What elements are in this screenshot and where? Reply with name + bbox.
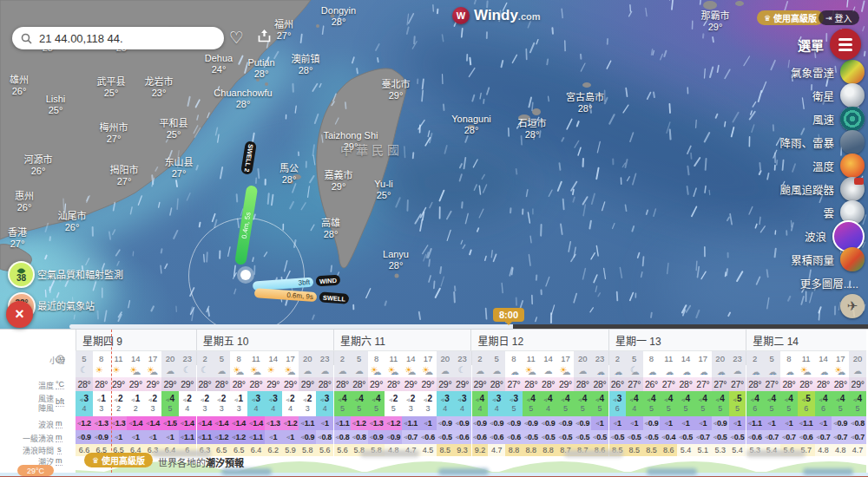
map-city-label[interactable]: 龙岩市23° <box>145 76 174 99</box>
hamburger-menu-icon[interactable] <box>830 29 861 60</box>
hour-cell[interactable]: 11 <box>110 351 128 365</box>
hour-cell[interactable]: 2 <box>471 351 489 365</box>
day-header[interactable]: 星期二 14 <box>746 330 866 350</box>
day-header[interactable]: 星期五 10 <box>196 330 333 350</box>
picker-dot[interactable] <box>240 270 251 280</box>
hour-cell[interactable]: 17 <box>832 351 849 365</box>
hour-cell[interactable]: 17 <box>557 351 575 365</box>
hour-cell[interactable]: 14 <box>127 351 144 365</box>
hour-cell[interactable]: 11 <box>660 351 677 365</box>
layer-menu-item-airport[interactable]: ✈ <box>779 297 865 316</box>
hour-cell[interactable]: 23 <box>316 351 333 365</box>
layer-menu-item-風速[interactable]: 風速 <box>779 109 865 128</box>
hour-cell[interactable]: 8 <box>230 351 247 365</box>
map-city-label[interactable]: 揭阳市27° <box>110 165 139 187</box>
hour-cell[interactable]: 17 <box>694 351 712 365</box>
hour-cell[interactable]: 8 <box>505 351 523 365</box>
hour-cell[interactable]: 20 <box>849 351 866 365</box>
map-city-label[interactable]: 梅州市27° <box>100 122 128 145</box>
layer-menu-item-溫度[interactable]: 溫度 <box>779 156 865 175</box>
layer-menu-item-氣象雷達[interactable]: 氣象雷達 <box>779 62 865 82</box>
period-unit-toggle[interactable]: s <box>57 445 62 454</box>
hour-cell[interactable]: 17 <box>282 351 299 365</box>
layer-menu-item-降雨、雷暴[interactable]: 降雨、雷暴 <box>779 133 865 152</box>
map-city-label[interactable]: 东山县27° <box>165 157 194 180</box>
hour-cell[interactable]: 23 <box>179 351 196 365</box>
hour-cell[interactable]: 5 <box>763 351 780 365</box>
hour-cell[interactable]: 8 <box>368 351 385 365</box>
hour-cell[interactable]: 17 <box>419 351 437 365</box>
map-city-label[interactable]: 嘉義市29° <box>325 170 353 193</box>
hour-cell[interactable]: 8 <box>93 351 110 365</box>
hour-cell[interactable]: 23 <box>454 351 471 365</box>
timeline-track-future[interactable] <box>513 324 868 329</box>
map-city-label[interactable]: Putian28° <box>247 57 274 80</box>
login-button[interactable]: ⇥ 登入 <box>819 10 859 25</box>
timeline-track-past[interactable] <box>69 324 513 329</box>
layer-menu-item-颱風追蹤器[interactable]: 颱風追蹤器 <box>779 180 865 199</box>
map-city-label[interactable]: 高雄28° <box>321 218 340 240</box>
hour-cell[interactable]: 20 <box>712 351 729 365</box>
windy-logo[interactable]: W Windy.com <box>452 7 541 24</box>
hour-cell[interactable]: 11 <box>385 351 402 365</box>
hour-cell[interactable]: 8 <box>780 351 798 365</box>
hour-cell[interactable]: 5 <box>488 351 505 365</box>
map-city-label[interactable]: Chuanchowfu28° <box>214 88 272 110</box>
wind-unit-toggle[interactable]: bft <box>56 397 64 407</box>
hour-cell[interactable]: 14 <box>265 351 282 365</box>
hour-cell[interactable]: 2 <box>608 351 626 365</box>
share-upload-icon[interactable] <box>257 29 272 43</box>
map-city-label[interactable]: Yonaguni28° <box>451 114 490 136</box>
air-quality-chip[interactable]: 38 <box>8 261 35 288</box>
map-city-label[interactable]: Dongyin28° <box>321 5 356 28</box>
hour-cell[interactable]: 20 <box>574 351 591 365</box>
waves-unit-toggle[interactable]: m <box>56 419 62 428</box>
premium-button[interactable]: ♛ 使用高級版 <box>757 10 824 25</box>
tide-premium-button[interactable]: ♛ 使用高級版 <box>84 453 153 467</box>
day-header[interactable]: 星期四 9 <box>76 330 196 350</box>
map-city-label[interactable]: 香港27° <box>8 227 27 250</box>
temp-unit-toggle[interactable]: °C <box>56 380 64 389</box>
hour-cell[interactable]: 23 <box>729 351 746 365</box>
map-city-label[interactable]: 河源市26° <box>24 154 53 177</box>
map-city-label[interactable]: 澳前镇28° <box>292 54 320 76</box>
hour-cell[interactable]: 14 <box>540 351 557 365</box>
day-header[interactable]: 星期一 13 <box>608 330 746 350</box>
map-city-label[interactable]: Lanyu28° <box>383 249 409 271</box>
hour-cell[interactable]: 8 <box>643 351 661 365</box>
hour-cell[interactable]: 2 <box>333 351 351 365</box>
map-city-label[interactable]: 汕尾市26° <box>58 211 87 233</box>
search-input[interactable] <box>37 31 215 46</box>
map-city-label[interactable]: 福州27° <box>274 19 293 42</box>
hour-cell[interactable]: 5 <box>213 351 230 365</box>
map-city-label[interactable]: Yu-li25° <box>374 179 392 201</box>
hour-cell[interactable]: 14 <box>677 351 694 365</box>
map-city-label[interactable]: 武平县25° <box>97 76 126 99</box>
map-city-label[interactable]: 那霸市29° <box>701 10 730 33</box>
layer-menu-item-衛星[interactable]: 衛星 <box>779 86 865 105</box>
hour-cell[interactable]: 20 <box>299 351 316 365</box>
current-time-badge[interactable]: 8:00 <box>493 308 524 322</box>
map-city-label[interactable]: Dehua24° <box>205 53 233 75</box>
day-header[interactable]: 星期六 11 <box>333 330 470 350</box>
hour-cell[interactable]: 5 <box>351 351 368 365</box>
layer-menu-item-雲[interactable]: 雲 <box>779 203 865 222</box>
hour-cell[interactable]: 11 <box>798 351 815 365</box>
map-city-label[interactable]: 石垣市28° <box>518 118 547 140</box>
hour-cell[interactable]: 14 <box>402 351 419 365</box>
hour-cell[interactable]: 5 <box>626 351 643 365</box>
layer-menu-item-波浪[interactable]: 波浪 <box>779 226 865 245</box>
layer-menu-item-累積雨量[interactable]: 累積雨量 <box>779 250 865 269</box>
hour-cell[interactable]: 23 <box>591 351 608 365</box>
favorite-heart-icon[interactable]: ♡ <box>229 28 244 48</box>
map-city-label[interactable]: 馬公28° <box>279 163 299 186</box>
tide-unit-toggle[interactable]: m <box>56 456 62 466</box>
search-bar[interactable] <box>12 27 224 49</box>
layer-menu-item-更多圖層.....[interactable]: 更多圖層..... <box>779 273 865 292</box>
hour-cell[interactable]: 20 <box>437 351 454 365</box>
map-city-label[interactable]: 平和县25° <box>160 118 188 140</box>
map-city-label[interactable]: 雄州26° <box>10 75 29 97</box>
hour-cell[interactable]: 5 <box>76 351 93 365</box>
day-header[interactable]: 星期日 12 <box>470 330 608 350</box>
map-city-label[interactable]: 臺北市29° <box>382 79 411 101</box>
